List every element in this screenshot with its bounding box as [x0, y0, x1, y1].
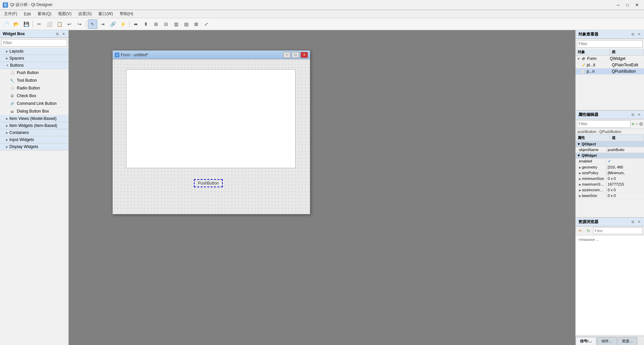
- toolbar-redo[interactable]: ↪: [75, 19, 84, 29]
- widget-box-close-btn[interactable]: ✕: [61, 31, 66, 36]
- wb-item-tool-button[interactable]: 🔧 Tool Button: [0, 77, 68, 84]
- toolbar-tab-order[interactable]: ⇥: [98, 19, 107, 29]
- wb-category-input-widgets[interactable]: ▶ Input Widgets: [0, 136, 68, 143]
- prop-val-minimumsize: 0 x 0: [606, 176, 644, 181]
- toolbar-layout-form[interactable]: ⊟: [161, 19, 171, 29]
- wb-category-layouts[interactable]: ▶ Layouts: [0, 48, 68, 55]
- menu-settings[interactable]: 设置(S): [75, 10, 94, 17]
- menu-file[interactable]: 文件(F): [1, 10, 20, 17]
- property-editor: 属性编辑器 ⧉ ✕ + − ⚙ pushButton : QPushButton…: [576, 111, 644, 218]
- object-inspector-filter[interactable]: [577, 40, 643, 48]
- prop-row-sizepolicy[interactable]: ▶sizePolicy [Minimum,: [576, 170, 644, 176]
- menu-edit[interactable]: Edit: [21, 11, 34, 17]
- form-minimize-btn[interactable]: ─: [283, 52, 290, 58]
- toolbar-adjust-size[interactable]: ⤢: [202, 19, 211, 29]
- wb-category-label-buttons: Buttons: [10, 63, 24, 68]
- prop-val-sizeincrement: 0 x 0: [606, 187, 644, 193]
- wb-category-display-widgets[interactable]: ▶ Display Widgets: [0, 143, 68, 150]
- expand-icon: ▶: [6, 145, 8, 148]
- form-plaintext-area[interactable]: [126, 69, 296, 168]
- obj-row-form[interactable]: ▼ 🗗 Form QWidget: [576, 56, 644, 62]
- form-push-button[interactable]: PushButton: [194, 179, 223, 187]
- wb-category-buttons[interactable]: ▼ Buttons: [0, 62, 68, 69]
- prop-name-basesize: baseSize: [582, 194, 597, 198]
- wb-category-item-widgets[interactable]: ▶ Item Widgets (Item-Based): [0, 122, 68, 129]
- prop-val-basesize: 0 x 0: [606, 193, 644, 198]
- toolbar-copy[interactable]: ⬜: [45, 19, 54, 29]
- obj-row-pushbutton[interactable]: ⬜ p...n QPushButton: [576, 68, 644, 75]
- resource-browser-close-btn[interactable]: ✕: [637, 220, 641, 224]
- wb-category-label-display-widgets: Display Widgets: [9, 144, 38, 149]
- resource-edit-btn[interactable]: ✏: [577, 227, 584, 234]
- widget-box-filter[interactable]: [1, 39, 67, 47]
- property-add-btn[interactable]: +: [632, 121, 634, 127]
- wb-item-label-check-box: Check Box: [17, 93, 36, 98]
- menu-form[interactable]: 窗体(Q): [35, 10, 54, 17]
- resource-browser-filter[interactable]: [593, 227, 643, 234]
- toolbar-break-layout[interactable]: ⊠: [192, 19, 201, 29]
- property-minus-btn[interactable]: −: [635, 121, 638, 127]
- property-editor-close-btn[interactable]: ✕: [637, 113, 641, 117]
- toolbar-new[interactable]: 📄: [1, 19, 11, 29]
- maximize-button[interactable]: □: [623, 2, 632, 8]
- prop-name-minimumsize: minimumSize: [582, 177, 604, 181]
- wb-category-label-input-widgets: Input Widgets: [9, 137, 34, 142]
- prop-row-geometry[interactable]: ▶geometry [310, 480: [576, 164, 644, 170]
- obj-row-plaintext[interactable]: 📝 pl...it QPlainTextEdit: [576, 62, 644, 68]
- prop-row-minimumsize[interactable]: ▶minimumSize 0 x 0: [576, 176, 644, 182]
- property-editor-float-btn[interactable]: ⧉: [631, 113, 635, 117]
- menu-window[interactable]: 窗口(W): [96, 10, 115, 17]
- prop-row-maximumsize[interactable]: ▶maximumSize 16777215: [576, 182, 644, 187]
- wb-item-check-box[interactable]: ☑ Check Box: [0, 92, 68, 100]
- toolbar-save[interactable]: 💾: [21, 19, 31, 29]
- minimize-button[interactable]: ─: [614, 2, 623, 8]
- toolbar-widget-mode[interactable]: ↖: [88, 19, 97, 29]
- toolbar-layout-v[interactable]: ⬍: [141, 19, 151, 29]
- resource-refresh-btn[interactable]: ↻: [585, 227, 592, 234]
- form-maximize-btn[interactable]: □: [292, 52, 299, 58]
- wb-category-containers[interactable]: ▶ Containers: [0, 129, 68, 136]
- obj-class-form: QWidget: [610, 56, 643, 61]
- wb-item-command-link[interactable]: 🔗 Command Link Button: [0, 100, 68, 108]
- close-button[interactable]: ✕: [633, 2, 641, 8]
- property-config-btn[interactable]: ⚙: [639, 121, 643, 127]
- menu-help[interactable]: 帮助(H): [117, 10, 136, 17]
- wb-category-spacers[interactable]: ▶ Spacers: [0, 55, 68, 62]
- toolbar-cut[interactable]: ✂: [35, 19, 44, 29]
- wb-category-item-views[interactable]: ▶ Item Views (Model-Based): [0, 115, 68, 122]
- wb-item-radio-button[interactable]: ⚪ Radio Button: [0, 84, 68, 92]
- tab-resources[interactable]: 资源…: [618, 337, 637, 345]
- wb-item-dialog-button-box[interactable]: 🗂 Dialog Button Box: [0, 108, 68, 115]
- property-editor-filter[interactable]: [577, 120, 631, 128]
- object-inspector-close-btn[interactable]: ✕: [637, 32, 641, 37]
- prop-section-qobject[interactable]: ▼ QObject: [576, 141, 644, 147]
- toolbar-open[interactable]: 📂: [11, 19, 21, 29]
- form-window[interactable]: Q Form - untitled* ─ □ ✕ PushButton: [112, 50, 310, 214]
- resource-item[interactable]: <resource ...: [577, 237, 643, 242]
- object-inspector-float-btn[interactable]: ⧉: [631, 32, 635, 37]
- toolbar-layout-grid[interactable]: ⊞: [151, 19, 161, 29]
- prop-section-qwidget[interactable]: ▼ QWidget: [576, 153, 644, 158]
- toolbar-undo[interactable]: ↩: [65, 19, 74, 29]
- wb-item-push-button[interactable]: ⬜ Push Button: [0, 69, 68, 77]
- form-close-btn[interactable]: ✕: [301, 52, 308, 58]
- toolbar-signal-slot[interactable]: ⚡: [118, 19, 127, 29]
- canvas-area[interactable]: Q Form - untitled* ─ □ ✕ PushButton: [69, 30, 575, 345]
- tab-actions[interactable]: 动作…: [597, 337, 617, 345]
- prop-val-enabled: ✓: [606, 158, 644, 164]
- prop-row-objectname[interactable]: objectName pushButto: [576, 147, 644, 153]
- widget-box-float-btn[interactable]: ⧉: [55, 31, 60, 36]
- menu-view[interactable]: 视图(V): [55, 10, 74, 17]
- form-body[interactable]: PushButton: [113, 59, 310, 214]
- toolbar: 📄 📂 💾 ✂ ⬜ 📋 ↩ ↪ ↖ ⇥ 🔗 ⚡ ⬌ ⬍ ⊞ ⊟ ▥ ▤ ⊠ ⤢: [0, 18, 644, 30]
- toolbar-layout-h[interactable]: ⬌: [131, 19, 141, 29]
- toolbar-layout-v2[interactable]: ▤: [181, 19, 191, 29]
- prop-row-sizeincrement[interactable]: ▶sizeIncrement 0 x 0: [576, 187, 644, 193]
- prop-row-basesize[interactable]: ▶baseSize 0 x 0: [576, 193, 644, 199]
- toolbar-paste[interactable]: 📋: [55, 19, 64, 29]
- tab-signals[interactable]: 信号/…: [576, 337, 596, 345]
- resource-browser-float-btn[interactable]: ⧉: [631, 220, 635, 224]
- toolbar-layout-h2[interactable]: ▥: [171, 19, 181, 29]
- toolbar-buddy[interactable]: 🔗: [108, 19, 117, 29]
- prop-row-enabled[interactable]: enabled ✓: [576, 158, 644, 164]
